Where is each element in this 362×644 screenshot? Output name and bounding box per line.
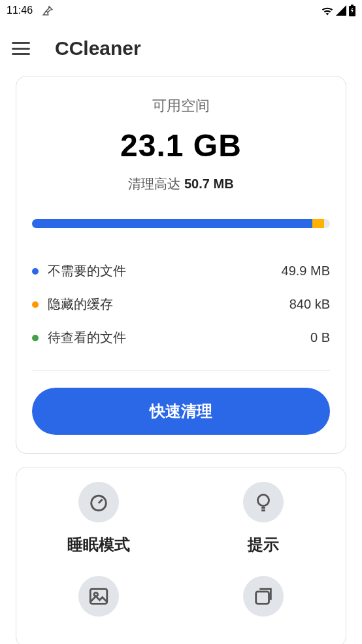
status-bar: 11:46 bbox=[0, 0, 362, 21]
legend-value: 840 kB bbox=[289, 297, 330, 312]
menu-icon[interactable] bbox=[12, 42, 30, 55]
legend-value: 0 B bbox=[310, 330, 330, 345]
legend-label: 隐藏的缓存 bbox=[48, 296, 289, 313]
tool-tile[interactable] bbox=[16, 573, 181, 644]
legend: 不需要的文件49.9 MB隐藏的缓存840 kB待查看的文件0 B bbox=[32, 254, 330, 354]
broom-icon bbox=[42, 5, 54, 16]
wifi-icon bbox=[321, 5, 333, 16]
battery-icon bbox=[349, 5, 355, 16]
gauge-icon bbox=[78, 482, 119, 522]
legend-dot bbox=[32, 268, 39, 275]
svg-rect-6 bbox=[256, 592, 269, 603]
cards-icon bbox=[243, 576, 284, 617]
available-space-label: 可用空间 bbox=[32, 96, 330, 116]
app-title: CCleaner bbox=[55, 37, 141, 59]
tool-tile[interactable]: 睡眠模式 bbox=[16, 479, 181, 573]
available-space-value: 23.1 GB bbox=[32, 127, 330, 163]
legend-label: 不需要的文件 bbox=[48, 262, 282, 280]
photo-icon bbox=[78, 576, 119, 617]
tool-tile[interactable] bbox=[181, 573, 346, 644]
bar-segment bbox=[312, 219, 324, 228]
legend-label: 待查看的文件 bbox=[48, 329, 310, 347]
quick-clean-button[interactable]: 快速清理 bbox=[32, 388, 330, 435]
tool-tile[interactable]: 提示 bbox=[181, 479, 346, 573]
cleanable-line: 清理高达 50.7 MB bbox=[32, 175, 330, 193]
legend-dot bbox=[32, 301, 39, 308]
divider bbox=[32, 370, 330, 371]
storage-card: 可用空间 23.1 GB 清理高达 50.7 MB 不需要的文件49.9 MB隐… bbox=[16, 76, 346, 454]
legend-row: 隐藏的缓存840 kB bbox=[32, 288, 330, 321]
app-bar: CCleaner bbox=[0, 21, 362, 76]
legend-value: 49.9 MB bbox=[282, 263, 330, 279]
bulb-icon bbox=[243, 482, 284, 522]
signal-icon bbox=[336, 5, 346, 16]
legend-dot bbox=[32, 335, 39, 341]
svg-rect-4 bbox=[90, 589, 107, 604]
legend-row: 待查看的文件0 B bbox=[32, 321, 330, 354]
legend-row: 不需要的文件49.9 MB bbox=[32, 254, 330, 288]
tools-card: 睡眠模式提示 bbox=[16, 467, 346, 644]
bar-segment bbox=[32, 219, 312, 228]
tile-label: 睡眠模式 bbox=[67, 534, 130, 555]
svg-point-3 bbox=[258, 495, 269, 506]
status-time: 11:46 bbox=[7, 5, 33, 16]
svg-rect-1 bbox=[351, 5, 354, 6]
storage-bar bbox=[32, 219, 330, 228]
tile-label: 提示 bbox=[248, 534, 279, 555]
